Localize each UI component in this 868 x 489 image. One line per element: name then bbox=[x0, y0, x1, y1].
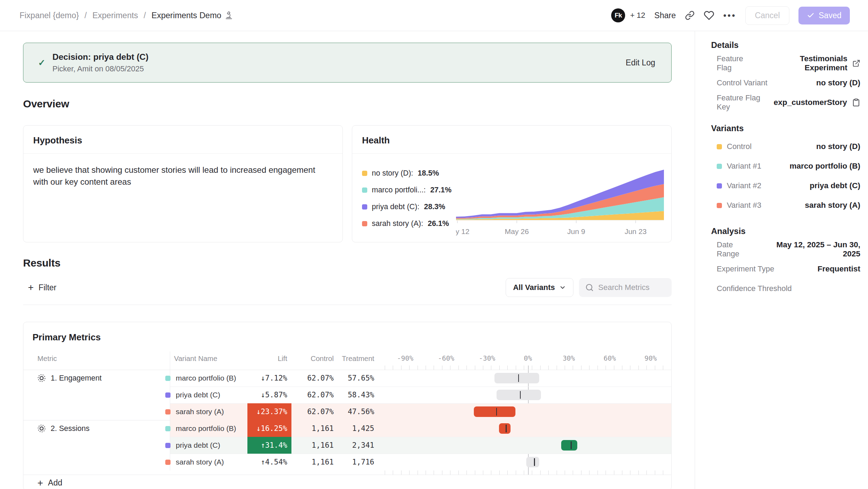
sidebar-row: Variant #3sarah story (A) bbox=[711, 196, 860, 215]
ruler-tick bbox=[598, 470, 598, 475]
edit-log-button[interactable]: Edit Log bbox=[626, 58, 655, 68]
ruler-tick bbox=[516, 470, 516, 475]
variant-name: sarah story (A) bbox=[176, 454, 224, 470]
saved-button[interactable]: Saved bbox=[798, 7, 850, 24]
chevron-down-icon bbox=[559, 284, 566, 291]
sidebar-value-text: priya debt (C) bbox=[810, 181, 860, 190]
legend-label: sarah story (A): bbox=[372, 219, 423, 228]
ruler-tick bbox=[385, 470, 385, 475]
cancel-button[interactable]: Cancel bbox=[745, 6, 789, 25]
column-header: Metric bbox=[37, 354, 57, 363]
external-link-icon[interactable] bbox=[852, 59, 860, 68]
ruler-tick bbox=[466, 470, 467, 475]
ruler-tick bbox=[401, 470, 402, 475]
ruler-tick bbox=[442, 366, 442, 370]
sidebar-row-label: Feature Flag Key bbox=[717, 93, 774, 112]
legend-swatch bbox=[362, 221, 367, 226]
lift-value: ↑4.54% bbox=[217, 454, 287, 470]
point-estimate-tick bbox=[496, 408, 497, 416]
ruler-tick bbox=[598, 366, 598, 370]
column-header: Treatment bbox=[318, 354, 374, 363]
ruler-tick bbox=[606, 366, 606, 370]
variant-swatch bbox=[165, 443, 171, 448]
metric-group-label[interactable]: 1. Engagement bbox=[37, 370, 102, 387]
sidebar-row-label: Control bbox=[717, 142, 752, 151]
legend-swatch bbox=[362, 204, 367, 210]
collaborator-count[interactable]: + 12 bbox=[630, 11, 645, 20]
ruler-tick bbox=[589, 366, 589, 370]
plus-icon: + bbox=[37, 478, 43, 488]
ruler-tick bbox=[442, 470, 442, 475]
clipboard-icon[interactable] bbox=[852, 98, 860, 107]
variant-name: priya debt (C) bbox=[176, 387, 220, 403]
health-legend-item: sarah story (A): 26.1% bbox=[362, 215, 456, 232]
primary-metrics-card: Primary Metrics MetricVariant NameLiftCo… bbox=[23, 322, 672, 489]
favorite-heart-icon[interactable] bbox=[704, 10, 714, 21]
results-controls: + Filter All Variants bbox=[23, 278, 672, 297]
sidebar-row: Experiment TypeFrequentist bbox=[711, 259, 860, 279]
ruler-tick bbox=[622, 366, 622, 370]
sidebar-row: Variant #1marco portfolio (B) bbox=[711, 156, 860, 176]
legend-swatch bbox=[362, 171, 367, 176]
sidebar-row-label: Variant #2 bbox=[717, 181, 761, 190]
sidebar-row: Date RangeMay 12, 2025 – Jun 30, 2025 bbox=[711, 240, 860, 259]
variant-swatch bbox=[165, 392, 171, 398]
ruler-tick bbox=[655, 366, 655, 370]
variant-name: priya debt (C) bbox=[176, 437, 220, 454]
breadcrumb-separator: / bbox=[144, 11, 146, 20]
sidebar-row: Control Variantno story (D) bbox=[711, 73, 860, 93]
more-options-icon[interactable]: ••• bbox=[723, 10, 736, 20]
add-filter-button[interactable]: + Filter bbox=[23, 283, 56, 292]
treatment-value: 58.43% bbox=[318, 387, 374, 403]
results-right-controls: All Variants bbox=[506, 278, 672, 297]
sidebar-row-value: exp_customerStory bbox=[774, 98, 860, 107]
right-sidebar: DetailsFeature FlagTestimonials Experime… bbox=[695, 31, 868, 489]
sidebar-value-text: marco portfolio (B) bbox=[790, 162, 861, 171]
metric-target-icon bbox=[37, 374, 46, 382]
ruler-tick bbox=[540, 366, 541, 370]
treatment-value: 57.65% bbox=[318, 370, 374, 387]
ruler-tick bbox=[646, 470, 647, 475]
breadcrumb-item[interactable]: Experiments Demo bbox=[152, 11, 233, 20]
point-estimate-tick bbox=[571, 441, 572, 449]
confidence-interval-bar bbox=[474, 406, 515, 417]
hypothesis-title: Hypothesis bbox=[23, 126, 342, 154]
avatar[interactable]: Fk bbox=[611, 8, 625, 22]
sidebar-label-text: Control Variant bbox=[717, 78, 767, 87]
sidebar-row-value: marco portfolio (B) bbox=[790, 162, 861, 171]
breadcrumb-item[interactable]: Experiments bbox=[92, 11, 138, 20]
health-area-chart: May 12May 26Jun 9Jun 23 bbox=[456, 160, 666, 243]
health-card: Health no story (D): 18.5%marco portfoli… bbox=[352, 125, 672, 242]
add-metric-button[interactable]: +Add bbox=[23, 475, 671, 489]
treatment-value: 1,425 bbox=[318, 420, 374, 437]
point-estimate-tick bbox=[520, 391, 521, 399]
variant-swatch bbox=[165, 376, 171, 381]
legend-value: 18.5% bbox=[418, 169, 439, 178]
search-metrics-input[interactable] bbox=[598, 283, 665, 292]
ruler-tick bbox=[458, 366, 459, 370]
ruler-tick bbox=[646, 366, 647, 370]
ruler-tick bbox=[418, 470, 418, 475]
variant-swatch bbox=[165, 460, 171, 465]
ruler-tick bbox=[630, 366, 630, 370]
share-button[interactable]: Share bbox=[654, 11, 676, 20]
ruler-tick bbox=[483, 366, 483, 370]
health-legend-item: no story (D): 18.5% bbox=[362, 165, 456, 182]
all-variants-dropdown[interactable]: All Variants bbox=[506, 278, 573, 297]
metric-group-label[interactable]: 2. Sessions bbox=[37, 420, 89, 437]
copy-link-icon[interactable] bbox=[685, 10, 695, 20]
sidebar-row-label: Experiment Type bbox=[717, 264, 774, 274]
health-x-label: May 26 bbox=[505, 227, 529, 235]
point-estimate-tick bbox=[506, 425, 507, 432]
sidebar-label-text: Date Range bbox=[717, 240, 758, 258]
sidebar-row-value: sarah story (A) bbox=[805, 201, 860, 210]
variant-swatch bbox=[717, 203, 722, 208]
legend-swatch bbox=[362, 187, 367, 193]
health-legend: no story (D): 18.5%marco portfoli...: 27… bbox=[362, 160, 456, 243]
breadcrumb-item[interactable]: Fixpanel {demo} bbox=[20, 11, 79, 20]
search-metrics-box[interactable] bbox=[579, 278, 672, 297]
sidebar-value-text: Frequentist bbox=[817, 264, 860, 274]
legend-value: 27.1% bbox=[430, 186, 451, 194]
sidebar-row-value: priya debt (C) bbox=[810, 181, 860, 190]
sidebar-section-details: DetailsFeature FlagTestimonials Experime… bbox=[711, 40, 860, 112]
